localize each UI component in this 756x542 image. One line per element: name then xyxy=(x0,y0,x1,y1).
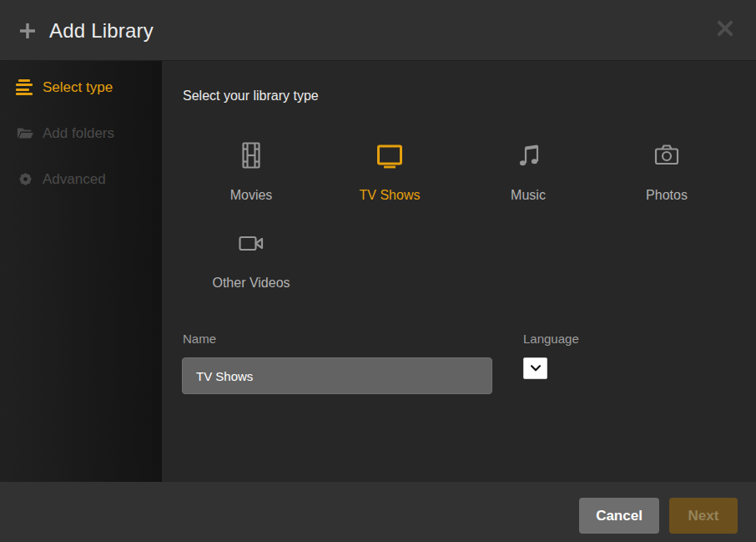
type-option-label: Photos xyxy=(646,188,688,203)
film-icon xyxy=(236,140,266,170)
type-option-label: TV Shows xyxy=(360,188,421,203)
type-option-tv-shows[interactable]: TV Shows xyxy=(320,134,459,221)
language-select[interactable] xyxy=(523,357,547,379)
sidebar-item-label: Select type xyxy=(43,79,113,96)
gear-icon xyxy=(16,170,34,189)
dialog-title: Add Library xyxy=(49,0,154,61)
camera-icon xyxy=(652,140,682,170)
name-field-label: Name xyxy=(183,332,216,346)
add-library-dialog: Add Library Select type Add folders xyxy=(0,0,756,542)
type-option-movies[interactable]: Movies xyxy=(182,134,320,221)
name-input[interactable] xyxy=(182,357,492,394)
close-icon xyxy=(716,19,738,38)
sidebar-item-advanced[interactable]: Advanced xyxy=(0,156,162,202)
cancel-button[interactable]: Cancel xyxy=(579,498,659,534)
type-option-photos[interactable]: Photos xyxy=(597,134,736,221)
sidebar-item-select-type[interactable]: Select type xyxy=(0,64,162,110)
lines-icon xyxy=(16,79,34,97)
type-option-other-videos[interactable]: Other Videos xyxy=(182,221,320,309)
language-field-label: Language xyxy=(523,332,579,346)
close-button[interactable] xyxy=(716,18,738,39)
plus-icon xyxy=(18,22,37,40)
dialog-header: Add Library xyxy=(0,0,756,61)
type-option-label: Music xyxy=(511,188,546,203)
type-option-label: Other Videos xyxy=(212,276,290,291)
folder-icon xyxy=(16,124,34,143)
sidebar: Select type Add folders Advanced xyxy=(0,61,162,482)
type-option-music[interactable]: Music xyxy=(459,134,597,221)
library-type-grid: Movies TV Shows Music xyxy=(182,134,736,309)
video-camera-icon xyxy=(236,228,266,258)
sidebar-item-label: Add folders xyxy=(43,125,114,142)
music-note-icon xyxy=(513,140,543,170)
sidebar-item-add-folders[interactable]: Add folders xyxy=(0,110,162,156)
type-option-label: Movies xyxy=(230,188,273,203)
next-button[interactable]: Next xyxy=(669,498,738,534)
dialog-footer: Cancel Next xyxy=(0,482,756,542)
chevron-down-icon xyxy=(531,365,541,372)
library-type-heading: Select your library type xyxy=(183,89,319,104)
tv-icon xyxy=(375,140,405,170)
sidebar-item-label: Advanced xyxy=(43,171,106,188)
